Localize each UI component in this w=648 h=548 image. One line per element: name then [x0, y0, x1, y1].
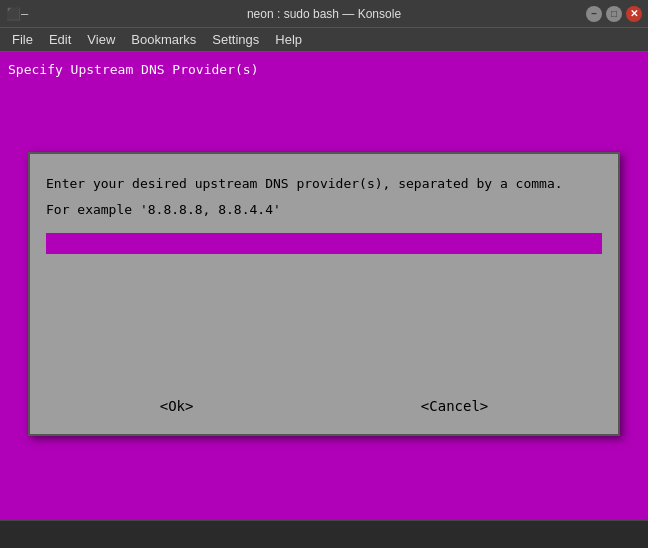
bottombar	[0, 520, 648, 548]
menu-edit[interactable]: Edit	[41, 30, 79, 49]
close-button[interactable]: ✕	[626, 6, 642, 22]
dns-input[interactable]	[50, 236, 598, 251]
menu-help[interactable]: Help	[267, 30, 310, 49]
window-title: neon : sudo bash — Konsole	[247, 7, 401, 21]
titlebar-left: ⬛–	[6, 7, 28, 21]
dialog-box: Enter your desired upstream DNS provider…	[28, 152, 620, 436]
titlebar: ⬛– neon : sudo bash — Konsole – □ ✕	[0, 0, 648, 28]
menu-bookmarks[interactable]: Bookmarks	[123, 30, 204, 49]
menubar: File Edit View Bookmarks Settings Help	[0, 28, 648, 52]
ok-button[interactable]: <Ok>	[144, 394, 210, 418]
menu-view[interactable]: View	[79, 30, 123, 49]
dialog-text-line1: Enter your desired upstream DNS provider…	[46, 174, 602, 194]
menu-settings[interactable]: Settings	[204, 30, 267, 49]
app-icon: ⬛–	[6, 7, 28, 21]
konsole-window: ⬛– neon : sudo bash — Konsole – □ ✕ File…	[0, 0, 648, 548]
menu-file[interactable]: File	[4, 30, 41, 49]
maximize-button[interactable]: □	[606, 6, 622, 22]
input-wrapper[interactable]	[46, 233, 602, 254]
minimize-button[interactable]: –	[586, 6, 602, 22]
dialog-buttons: <Ok> <Cancel>	[46, 394, 602, 418]
terminal-area: Specify Upstream DNS Provider(s) Enter y…	[0, 52, 648, 520]
terminal-header: Specify Upstream DNS Provider(s)	[4, 60, 644, 79]
cancel-button[interactable]: <Cancel>	[405, 394, 504, 418]
dialog-text-line2: For example '8.8.8.8, 8.8.4.4'	[46, 202, 602, 217]
titlebar-buttons: – □ ✕	[586, 6, 642, 22]
